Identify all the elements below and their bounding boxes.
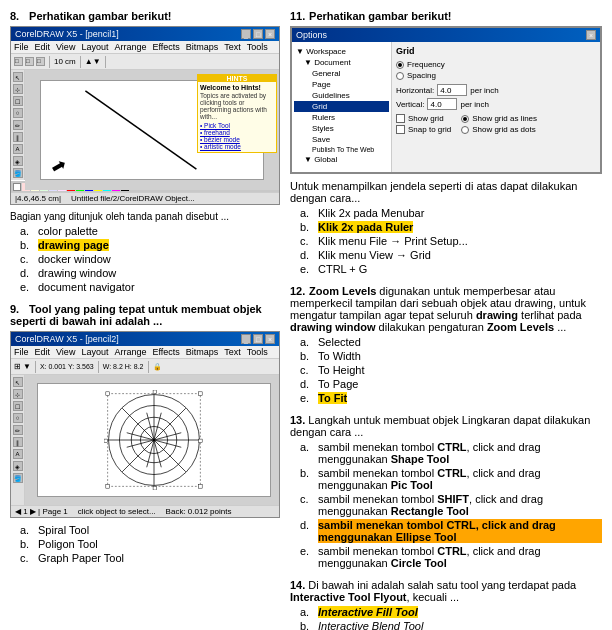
q11-answer-e: e. CTRL + G [300,263,602,275]
tool-4[interactable]: ○ [13,108,23,118]
w2-tool-9[interactable]: 🪣 [13,473,23,483]
w2-tool-7[interactable]: A [13,449,23,459]
tool-7[interactable]: A [13,144,23,154]
q13-answer-e: e. sambil menekan tombol CTRL, click and… [300,545,602,569]
tree-global[interactable]: ▼ Global [294,154,389,165]
q14-answers: a. Interactive Fill Tool b. Interactive … [290,606,602,630]
q8-answer-e: e. document navigator [20,281,280,293]
q14-answer-b: b. Interactive Blend Tool [300,620,602,630]
window1-controls: _ □ × [241,29,275,39]
window1-toolbar: □ □ □ 10 cm ▲▼ [11,54,279,70]
q11-header: 11. Perhatikan gambar berikut! [290,10,602,22]
spacing-label: Spacing [407,71,436,80]
tree-guidelines[interactable]: Guidelines [294,90,389,101]
grid-lines-dot[interactable] [461,115,469,123]
w2-tool-3[interactable]: ☐ [13,401,23,411]
window1-menubar: File Edit View Layout Arrange Effects Bi… [11,41,279,54]
w2-tool-8[interactable]: ◈ [13,461,23,471]
q12-answer-e: e. To Fit [300,392,602,404]
show-grid-row: Show grid [396,114,451,123]
tree-page[interactable]: Page [294,79,389,90]
w2-coords: Back: 0.012 points [166,507,232,516]
window2-canvas [25,375,279,505]
q8-answer-a: a. color palette [20,225,280,237]
w2-minimize[interactable]: _ [241,334,251,344]
hint-link1[interactable]: • Pick Tool [200,122,274,129]
window2-controls: _ □ × [241,334,275,344]
tool-1[interactable]: ↖ [13,72,23,82]
svg-rect-22 [106,392,110,396]
grid-dots-dot[interactable] [461,126,469,134]
q9-number: 9. [10,303,26,315]
tree-grid[interactable]: Grid [294,101,389,112]
opt-close[interactable]: × [586,30,596,40]
q11-answer-b: b. Klik 2x pada Ruler [300,221,602,233]
left-column: 8. Perhatikan gambar berikut! CorelDRAW … [10,10,280,630]
tool-5[interactable]: ✏ [13,120,23,130]
horizontal-unit: per inch [470,86,498,95]
window2-title: CorelDRAW X5 - [pencil2] [15,334,119,344]
tree-rulers[interactable]: Rulers [294,112,389,123]
q8-answer-d: d. drawing window [20,267,280,279]
show-grid-check[interactable] [396,114,405,123]
minimize-btn[interactable]: _ [241,29,251,39]
w2-tool-1[interactable]: ↖ [13,377,23,387]
hint-text: Topics are activated by clicking tools o… [200,92,274,120]
window2-toolbox: ↖ ⊹ ☐ ○ ✏ ∥ A ◈ 🪣 [11,375,25,505]
q11-number: 11. [290,10,306,22]
q14-text-block: 14. Di bawah ini adalah salah satu tool … [290,579,602,603]
q8-answer-c: c. docker window [20,253,280,265]
hint-link3[interactable]: • bézier mode [200,136,274,143]
w2-tool-5[interactable]: ✏ [13,425,23,435]
grid-options: Show grid Snap to grid Show [396,114,596,136]
vertical-input[interactable] [427,98,457,110]
tree-document[interactable]: ▼ Document [294,57,389,68]
svg-rect-25 [199,439,203,443]
tool-8[interactable]: ◈ [13,156,23,166]
window1-canvas: ➡ HINTS Welcome to Hints! Topics are act… [25,70,279,190]
hint-link2[interactable]: • freehand [200,129,274,136]
tool-3[interactable]: ☐ [13,96,23,106]
freq-label: Frequency [407,60,445,69]
tool-9[interactable]: 🪣 [13,168,23,178]
tree-workspace[interactable]: ▼ Workspace [294,46,389,57]
grid-dots-row: Show grid as dots [461,125,537,134]
question-14: 14. Di bawah ini adalah salah satu tool … [290,579,602,630]
svg-rect-29 [104,439,108,443]
tree-publish[interactable]: Publish To The Web [294,145,389,154]
snap-grid-check[interactable] [396,125,405,134]
options-tree: ▼ Workspace ▼ Document General Page Guid… [292,42,392,172]
w2-tool-6[interactable]: ∥ [13,437,23,447]
w2-maximize[interactable]: □ [253,334,263,344]
radio-group-freq-spacing: Frequency Spacing [396,60,596,80]
tree-general[interactable]: General [294,68,389,79]
window2-toolbar: ⊞ ▼ X: 0.001 Y: 3.563 W: 8.2 H: 8.2 🔒 [11,359,279,375]
window2: CorelDRAW X5 - [pencil2] _ □ × File Edit… [10,331,280,518]
w2-status: click object to select... [78,507,156,516]
maximize-btn[interactable]: □ [253,29,263,39]
grid-lines-row: Show grid as lines [461,114,537,123]
q13-number: 13. [290,414,305,426]
tree-save[interactable]: Save [294,134,389,145]
w2-tool-2[interactable]: ⊹ [13,389,23,399]
hint-link4[interactable]: • artistic mode [200,143,274,150]
close-btn[interactable]: × [265,29,275,39]
tool-6[interactable]: ∥ [13,132,23,142]
q9-answer-c: c. Graph Paper Tool [20,552,280,564]
w2-tool-4[interactable]: ○ [13,413,23,423]
w2-close[interactable]: × [265,334,275,344]
question-11: 11. Perhatikan gambar berikut! Options ×… [290,10,602,275]
right-column: 11. Perhatikan gambar berikut! Options ×… [290,10,602,630]
tool-2[interactable]: ⊹ [13,84,23,94]
q8-text: Perhatikan gambar berikut! [29,10,171,22]
horizontal-input[interactable] [437,84,467,96]
q12-answer-b: b. To Width [300,350,602,362]
radio-spacing-dot[interactable] [396,72,404,80]
q8-answers: a. color palette b. drawing page c. dock… [10,225,280,293]
tree-styles[interactable]: Styles [294,123,389,134]
q9-answer-a: a. Spiral Tool [20,524,280,536]
radio-freq-dot[interactable] [396,61,404,69]
q9-header: 9. Tool yang paling tepat untuk membuat … [10,303,280,327]
q8-number: 8. [10,10,26,22]
window2-workspace: ↖ ⊹ ☐ ○ ✏ ∥ A ◈ 🪣 [11,375,279,505]
